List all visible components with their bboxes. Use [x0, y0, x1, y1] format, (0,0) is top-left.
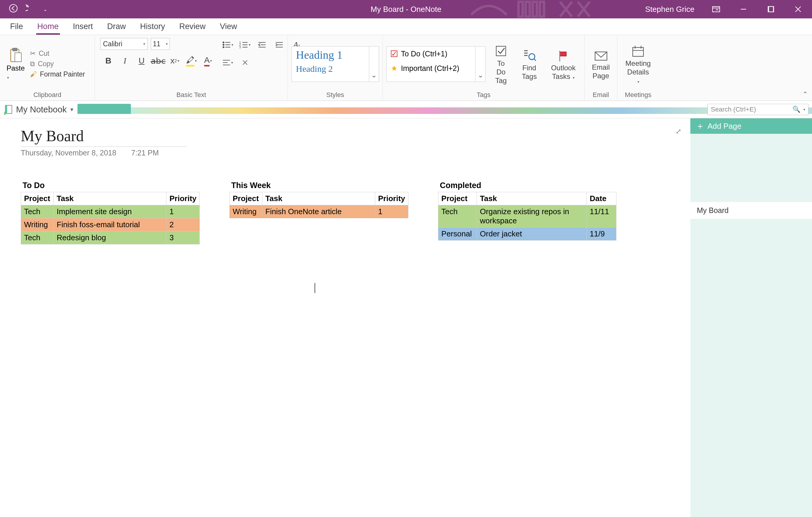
tag-todo[interactable]: ✓To Do (Ctrl+1)	[387, 47, 475, 61]
table-cell[interactable]: Finish foss-email tutorial	[54, 218, 167, 231]
highlight-button[interactable]: 🖍▾	[183, 54, 199, 68]
styles-more-button[interactable]: ⌄	[369, 46, 379, 82]
board-table[interactable]: ProjectTaskPriorityWritingFinish OneNote…	[229, 192, 408, 218]
copy-icon: ⧉	[30, 60, 35, 68]
font-color-button[interactable]: A▾	[200, 54, 216, 68]
indent-button[interactable]	[271, 38, 287, 52]
italic-button[interactable]: I	[117, 54, 133, 68]
section-tabs[interactable]	[78, 104, 812, 118]
board-todo: To DoProjectTaskPriorityTechImplement si…	[21, 181, 200, 244]
outdent-button[interactable]	[254, 38, 270, 52]
delete-button[interactable]: ✕	[237, 56, 253, 69]
table-header: Task	[54, 192, 167, 205]
table-cell[interactable]: Tech	[438, 205, 477, 227]
table-cell[interactable]: Writing	[21, 218, 54, 231]
close-icon[interactable]	[787, 0, 809, 19]
board-thisweek: This WeekProjectTaskPriorityWritingFinis…	[229, 181, 408, 218]
font-size-select[interactable]: 11▾	[151, 38, 170, 50]
tags-more-button[interactable]: ⌄	[475, 46, 486, 82]
numbering-button[interactable]: 123▾	[237, 38, 253, 52]
group-label-clipboard: Clipboard	[4, 90, 91, 99]
outlook-tasks-button[interactable]: OutlookTasks ▾	[546, 47, 581, 81]
ribbon: Paste▾ ✂Cut ⧉Copy 🖌Format Painter Clipbo…	[0, 35, 812, 101]
superscript-button[interactable]: x2▾	[167, 54, 183, 68]
table-cell[interactable]: Organize existing repos in workspace	[477, 205, 587, 227]
board-title: This Week	[229, 181, 408, 190]
table-cell[interactable]: 11/9	[587, 227, 616, 241]
undo-icon[interactable]	[26, 4, 36, 14]
style-heading1[interactable]: Heading 1	[292, 47, 369, 62]
align-button[interactable]: ▾	[220, 56, 236, 69]
scissors-icon: ✂	[30, 50, 36, 58]
page-list-pane: ＋ Add Page My Board	[690, 118, 812, 517]
styles-gallery[interactable]: Heading 1 Heading 2	[291, 46, 369, 82]
table-cell[interactable]: Personal	[438, 227, 477, 241]
meeting-details-button[interactable]: MeetingDetails ▾	[620, 43, 656, 85]
format-painter-button[interactable]: 🖌Format Painter	[30, 70, 85, 78]
notebook-dropdown[interactable]: ↻ My Notebook ▾	[0, 104, 78, 115]
table-row[interactable]: TechRedesign blog3	[21, 231, 200, 244]
table-cell[interactable]: Order jacket	[477, 227, 587, 241]
table-cell[interactable]: Implement site design	[54, 205, 167, 218]
table-cell[interactable]: 1	[167, 205, 200, 218]
svg-text:↻: ↻	[4, 112, 6, 115]
tab-view[interactable]: View	[219, 19, 238, 35]
bullets-button[interactable]: ▾	[220, 38, 236, 52]
minimize-icon[interactable]	[732, 0, 754, 19]
table-row[interactable]: TechImplement site design1	[21, 205, 200, 218]
underline-button[interactable]: U	[134, 54, 150, 68]
add-page-button[interactable]: ＋ Add Page	[690, 118, 812, 134]
paste-button[interactable]: Paste▾	[4, 48, 28, 81]
collapse-ribbon-icon[interactable]: ⌃	[803, 90, 808, 98]
table-cell[interactable]: Tech	[21, 205, 54, 218]
tab-insert[interactable]: Insert	[72, 19, 94, 35]
qat-more-icon[interactable]: ⌄	[43, 6, 47, 12]
table-cell[interactable]: 2	[167, 218, 200, 231]
board-table[interactable]: ProjectTaskPriorityTechImplement site de…	[21, 192, 200, 244]
tab-review[interactable]: Review	[178, 19, 207, 35]
search-input[interactable]: Search (Ctrl+E) 🔍▾	[707, 104, 808, 115]
find-tags-button[interactable]: FindTags	[516, 47, 542, 81]
table-cell[interactable]: 1	[375, 205, 408, 218]
table-cell[interactable]: Finish OneNote article	[262, 205, 375, 218]
svg-rect-3	[533, 2, 537, 17]
todo-tag-button[interactable]: To DoTag	[489, 43, 513, 85]
table-cell[interactable]: 11/11	[587, 205, 616, 227]
tab-draw[interactable]: Draw	[106, 19, 127, 35]
style-heading2[interactable]: Heading 2	[292, 62, 369, 74]
tab-history[interactable]: History	[139, 19, 166, 35]
user-name[interactable]: Stephen Grice	[645, 5, 700, 14]
ribbon-display-icon[interactable]	[705, 0, 727, 19]
cut-button[interactable]: ✂Cut	[30, 50, 85, 58]
email-page-button[interactable]: EmailPage	[587, 48, 615, 81]
maximize-icon[interactable]	[760, 0, 782, 19]
search-icon: 🔍	[792, 105, 801, 113]
expand-icon[interactable]: ⤢	[675, 127, 682, 135]
svg-point-0	[9, 4, 17, 12]
page-title[interactable]: My Board	[21, 127, 670, 147]
table-cell[interactable]: Writing	[230, 205, 262, 218]
table-cell[interactable]: Tech	[21, 231, 54, 244]
copy-button[interactable]: ⧉Copy	[30, 60, 85, 68]
table-row[interactable]: WritingFinish OneNote article1	[230, 205, 408, 218]
font-name-select[interactable]: Calibri▾	[100, 38, 148, 50]
group-label-email: Email	[588, 90, 613, 99]
tags-gallery[interactable]: ✓To Do (Ctrl+1) ★Important (Ctrl+2)	[386, 46, 475, 82]
strikethrough-button[interactable]: a̶b̶c̶	[150, 54, 166, 68]
page-list-item[interactable]: My Board	[690, 202, 812, 219]
bold-button[interactable]: B	[100, 54, 116, 68]
tag-important[interactable]: ★Important (Ctrl+2)	[387, 61, 475, 75]
table-row[interactable]: TechOrganize existing repos in workspace…	[438, 205, 616, 227]
table-cell[interactable]: Redesign blog	[54, 231, 167, 244]
page-canvas[interactable]: ⤢ My Board Thursday, November 8, 2018 7:…	[0, 118, 690, 517]
chevron-down-icon: ▾	[249, 43, 251, 47]
tab-home[interactable]: Home	[36, 19, 60, 35]
title-bar: ⌄ My Board - OneNote Stephen Grice	[0, 0, 812, 19]
table-row[interactable]: PersonalOrder jacket11/9	[438, 227, 616, 241]
tab-file[interactable]: File	[9, 19, 24, 35]
board-table[interactable]: ProjectTaskDateTechOrganize existing rep…	[438, 192, 616, 241]
back-icon[interactable]	[9, 4, 18, 14]
table-row[interactable]: WritingFinish foss-email tutorial2	[21, 218, 200, 231]
table-cell[interactable]: 3	[167, 231, 200, 244]
board-title: To Do	[21, 181, 200, 190]
